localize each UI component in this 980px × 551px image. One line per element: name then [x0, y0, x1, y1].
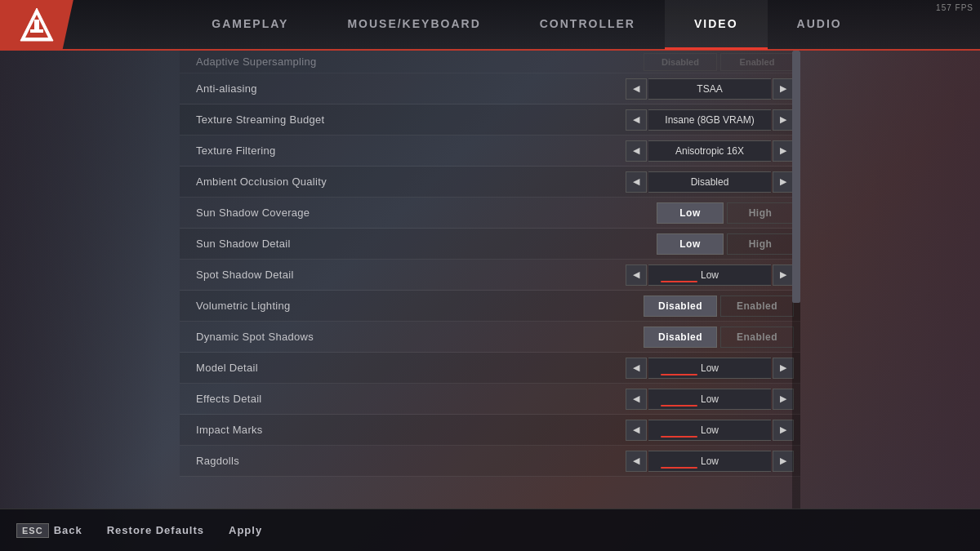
setting-row-texture-filtering: Texture Filtering ◀ Anisotropic 16X ▶ [180, 136, 800, 167]
ragdolls-label: Ragdolls [196, 455, 626, 467]
scrollbar-track[interactable] [792, 51, 800, 509]
bottom-bar: ESC Back Restore Defaults Apply [0, 509, 980, 551]
spot-shadow-next-btn[interactable]: ▶ [773, 264, 794, 286]
texture-filtering-next-btn[interactable]: ▶ [773, 140, 794, 162]
ragdolls-prev-btn[interactable]: ◀ [626, 451, 647, 472]
back-label: Back [54, 524, 82, 536]
volumetric-lighting-control: Disabled Enabled [644, 295, 794, 317]
model-detail-value: Low [648, 358, 771, 379]
impact-marks-label: Impact Marks [196, 424, 626, 436]
restore-defaults-label: Restore Defaults [107, 524, 204, 536]
settings-panel: Adaptive Supersampling Disabled Enabled … [180, 51, 800, 509]
texture-filtering-control: ◀ Anisotropic 16X ▶ [626, 140, 794, 162]
spot-shadow-detail-label: Spot Shadow Detail [196, 269, 626, 281]
svg-rect-2 [34, 20, 39, 31]
sun-shadow-detail-low-btn[interactable]: Low [657, 233, 724, 255]
adaptive-ss-control: Disabled Enabled [644, 53, 794, 71]
texture-filtering-prev-btn[interactable]: ◀ [626, 140, 647, 162]
svg-rect-3 [30, 29, 43, 33]
setting-row-ragdolls: Ragdolls ◀ Low ▶ [180, 446, 800, 477]
sun-shadow-detail-label: Sun Shadow Detail [196, 238, 657, 250]
sun-shadow-detail-high-btn[interactable]: High [727, 233, 794, 255]
ambient-occlusion-label: Ambient Occlusion Quality [196, 176, 626, 188]
dynamic-spot-shadows-disabled-btn[interactable]: Disabled [644, 327, 717, 348]
spot-shadow-value: Low [648, 264, 771, 286]
tab-audio[interactable]: AUDIO [768, 0, 871, 50]
texture-filtering-value: Anisotropic 16X [648, 140, 771, 162]
ragdolls-value: Low [648, 451, 771, 472]
ambient-occlusion-next-btn[interactable]: ▶ [773, 171, 794, 193]
spot-shadow-prev-btn[interactable]: ◀ [626, 264, 647, 286]
model-detail-next-btn[interactable]: ▶ [773, 358, 794, 379]
model-detail-control: ◀ Low ▶ [626, 358, 794, 379]
anti-aliasing-label: Anti-aliasing [196, 82, 626, 95]
setting-row-dynamic-spot-shadows: Dynamic Spot Shadows Disabled Enabled [180, 322, 800, 353]
dynamic-spot-shadows-enabled-btn[interactable]: Enabled [720, 327, 794, 348]
effects-detail-next-btn[interactable]: ▶ [773, 389, 794, 410]
sun-shadow-coverage-high-btn[interactable]: High [727, 202, 794, 224]
model-detail-label: Model Detail [196, 362, 626, 374]
setting-row-ambient-occlusion: Ambient Occlusion Quality ◀ Disabled ▶ [180, 167, 800, 198]
tab-video[interactable]: VIDEO [665, 0, 768, 50]
texture-streaming-prev-btn[interactable]: ◀ [626, 109, 647, 131]
setting-row-texture-streaming-budget: Texture Streaming Budget ◀ Insane (8GB V… [180, 104, 800, 136]
fps-counter: 157 FPS [936, 3, 973, 12]
texture-streaming-next-btn[interactable]: ▶ [773, 109, 794, 131]
ragdolls-next-btn[interactable]: ▶ [773, 451, 794, 472]
anti-aliasing-prev-btn[interactable]: ◀ [626, 78, 647, 100]
volumetric-lighting-disabled-btn[interactable]: Disabled [644, 295, 717, 317]
setting-row-anti-aliasing: Anti-aliasing ◀ TSAA ▶ [180, 73, 800, 104]
setting-row-impact-marks: Impact Marks ◀ Low ▶ [180, 415, 800, 446]
texture-streaming-value: Insane (8GB VRAM) [648, 109, 771, 131]
volumetric-lighting-enabled-btn[interactable]: Enabled [720, 295, 794, 317]
effects-detail-control: ◀ Low ▶ [626, 389, 794, 410]
tab-gameplay[interactable]: GAMEPLAY [182, 0, 318, 50]
impact-marks-prev-btn[interactable]: ◀ [626, 420, 647, 441]
nav-tabs: GAMEPLAY MOUSE/KEYBOARD CONTROLLER VIDEO… [74, 0, 980, 50]
ambient-occlusion-value: Disabled [648, 171, 771, 193]
impact-marks-value: Low [648, 420, 771, 441]
ambient-occlusion-prev-btn[interactable]: ◀ [626, 171, 647, 193]
setting-row-adaptive-supersampling: Adaptive Supersampling Disabled Enabled [180, 51, 800, 73]
effects-detail-value: Low [648, 389, 771, 410]
texture-streaming-budget-label: Texture Streaming Budget [196, 113, 626, 126]
model-detail-prev-btn[interactable]: ◀ [626, 358, 647, 379]
impact-marks-next-btn[interactable]: ▶ [773, 420, 794, 441]
tab-controller[interactable]: CONTROLLER [510, 0, 665, 50]
dynamic-spot-shadows-control: Disabled Enabled [644, 327, 794, 348]
sun-shadow-coverage-low-btn[interactable]: Low [657, 202, 724, 224]
setting-row-model-detail: Model Detail ◀ Low ▶ [180, 353, 800, 384]
tab-mouse-keyboard[interactable]: MOUSE/KEYBOARD [318, 0, 510, 50]
settings-list: Adaptive Supersampling Disabled Enabled … [180, 51, 800, 477]
logo-container [0, 0, 74, 50]
impact-marks-control: ◀ Low ▶ [626, 420, 794, 441]
back-button[interactable]: ESC Back [16, 523, 82, 538]
apply-button[interactable]: Apply [229, 524, 262, 536]
scrollbar-thumb[interactable] [792, 51, 800, 303]
adaptive-supersampling-label: Adaptive Supersampling [196, 56, 644, 68]
effects-detail-prev-btn[interactable]: ◀ [626, 389, 647, 410]
ragdolls-control: ◀ Low ▶ [626, 451, 794, 472]
anti-aliasing-control: ◀ TSAA ▶ [626, 78, 794, 100]
setting-row-sun-shadow-coverage: Sun Shadow Coverage Low High [180, 198, 800, 229]
restore-defaults-button[interactable]: Restore Defaults [107, 524, 204, 536]
sun-shadow-detail-control: Low High [657, 233, 794, 255]
esc-key-badge: ESC [16, 523, 49, 538]
adaptive-ss-enabled-btn[interactable]: Enabled [720, 53, 794, 71]
ambient-occlusion-control: ◀ Disabled ▶ [626, 171, 794, 193]
anti-aliasing-next-btn[interactable]: ▶ [773, 78, 794, 100]
header: GAMEPLAY MOUSE/KEYBOARD CONTROLLER VIDEO… [0, 0, 980, 51]
texture-streaming-budget-control: ◀ Insane (8GB VRAM) ▶ [626, 109, 794, 131]
adaptive-ss-disabled-btn[interactable]: Disabled [644, 53, 717, 71]
setting-row-spot-shadow-detail: Spot Shadow Detail ◀ Low ▶ [180, 260, 800, 291]
sun-shadow-coverage-label: Sun Shadow Coverage [196, 207, 657, 219]
apply-label: Apply [229, 524, 262, 536]
volumetric-lighting-label: Volumetric Lighting [196, 300, 644, 312]
texture-filtering-label: Texture Filtering [196, 144, 626, 157]
sun-shadow-coverage-control: Low High [657, 202, 794, 224]
setting-row-volumetric-lighting: Volumetric Lighting Disabled Enabled [180, 291, 800, 322]
setting-row-sun-shadow-detail: Sun Shadow Detail Low High [180, 229, 800, 260]
anti-aliasing-value: TSAA [648, 78, 771, 100]
spot-shadow-detail-control: ◀ Low ▶ [626, 264, 794, 286]
main-content: Adaptive Supersampling Disabled Enabled … [0, 51, 980, 509]
